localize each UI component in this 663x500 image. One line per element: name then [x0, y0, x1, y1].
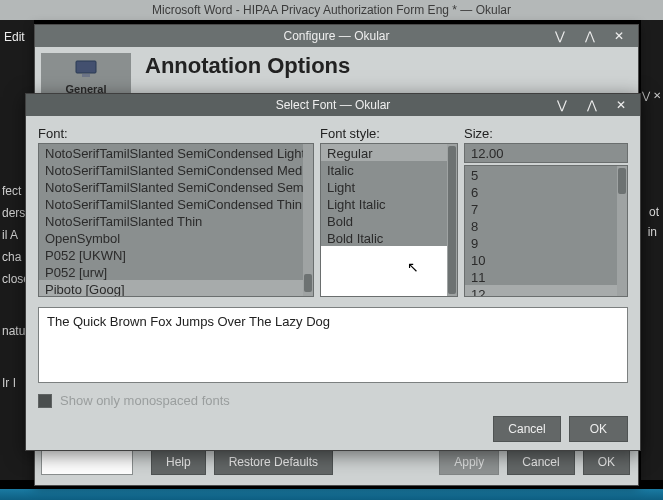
style-listbox[interactable]: RegularItalicLightLight ItalicBoldBold I…: [320, 143, 458, 297]
list-item[interactable]: NotoSerifTamilSlanted SemiCondensed Semi…: [39, 178, 303, 195]
configure-titlebar[interactable]: Configure — Okular ⋁ ⋀ ✕: [35, 25, 638, 47]
size-listbox[interactable]: 56789101112: [464, 165, 628, 297]
font-listbox[interactable]: NotoSerifTamilSlanted SemiCondensed Ligh…: [38, 143, 314, 297]
list-item[interactable]: NotoSerifTamilSlanted SemiCondensed Thin: [39, 195, 303, 212]
list-item[interactable]: Regular: [321, 144, 447, 161]
list-item[interactable]: 5: [465, 166, 617, 183]
list-item[interactable]: 11: [465, 268, 617, 285]
bg-text: ot: [649, 205, 659, 219]
scrollbar[interactable]: [303, 144, 313, 296]
list-item[interactable]: P052 [urw]: [39, 263, 303, 280]
ok-button[interactable]: OK: [583, 449, 630, 475]
taskbar: [0, 489, 663, 500]
list-item[interactable]: Bold Italic: [321, 229, 447, 246]
edit-menu[interactable]: Edit: [4, 30, 25, 44]
bg-text: in: [648, 225, 657, 239]
scrollbar[interactable]: [447, 144, 457, 296]
style-label: Font style:: [320, 126, 458, 141]
font-cancel-button[interactable]: Cancel: [493, 416, 560, 442]
svg-rect-0: [76, 61, 96, 73]
list-item[interactable]: Bold: [321, 212, 447, 229]
configure-title: Configure — Okular: [283, 29, 389, 43]
font-preview: The Quick Brown Fox Jumps Over The Lazy …: [38, 307, 628, 383]
list-item[interactable]: 8: [465, 217, 617, 234]
font-dialog-title: Select Font — Okular: [276, 98, 391, 112]
size-label: Size:: [464, 126, 628, 141]
apply-button[interactable]: Apply: [439, 449, 499, 475]
list-item[interactable]: Italic: [321, 161, 447, 178]
background-right: ⋁ ✕ ot in: [641, 20, 663, 480]
list-item[interactable]: P052 [UKWN]: [39, 246, 303, 263]
font-ok-button[interactable]: OK: [569, 416, 628, 442]
cancel-button[interactable]: Cancel: [507, 449, 574, 475]
list-item[interactable]: 9: [465, 234, 617, 251]
list-item[interactable]: 10: [465, 251, 617, 268]
list-item[interactable]: NotoSerifTamilSlanted SemiCondensed Ligh…: [39, 144, 303, 161]
list-item[interactable]: Light Italic: [321, 195, 447, 212]
scrollbar[interactable]: [617, 166, 627, 296]
restore-defaults-button[interactable]: Restore Defaults: [214, 449, 333, 475]
help-button[interactable]: Help: [151, 449, 206, 475]
configure-heading: Annotation Options: [145, 53, 350, 79]
list-item[interactable]: Light: [321, 178, 447, 195]
list-item[interactable]: Piboto [Goog]: [39, 280, 303, 297]
size-input[interactable]: [464, 143, 628, 163]
window-controls-icon[interactable]: ⋁ ⋀ ✕: [555, 25, 632, 47]
monitor-icon: [74, 59, 98, 79]
list-item[interactable]: NotoSerifTamilSlanted Thin: [39, 212, 303, 229]
monospaced-checkbox[interactable]: [38, 394, 52, 408]
window-controls-icon[interactable]: ⋁ ✕: [642, 90, 661, 101]
list-item[interactable]: OpenSymbol: [39, 229, 303, 246]
app-titlebar: Microsoft Word - HIPAA Privacy Authoriza…: [0, 0, 663, 20]
window-controls-icon[interactable]: ⋁ ⋀ ✕: [557, 94, 634, 116]
select-font-dialog: Select Font — Okular ⋁ ⋀ ✕ Font: NotoSer…: [25, 93, 641, 451]
monospaced-label: Show only monospaced fonts: [60, 393, 230, 408]
font-titlebar[interactable]: Select Font — Okular ⋁ ⋀ ✕: [26, 94, 640, 116]
list-item[interactable]: NotoSerifTamilSlanted SemiCondensed Medi…: [39, 161, 303, 178]
list-item[interactable]: 6: [465, 183, 617, 200]
font-label: Font:: [38, 126, 314, 141]
list-item[interactable]: 12: [465, 285, 617, 297]
list-item[interactable]: 7: [465, 200, 617, 217]
svg-rect-1: [82, 74, 90, 77]
